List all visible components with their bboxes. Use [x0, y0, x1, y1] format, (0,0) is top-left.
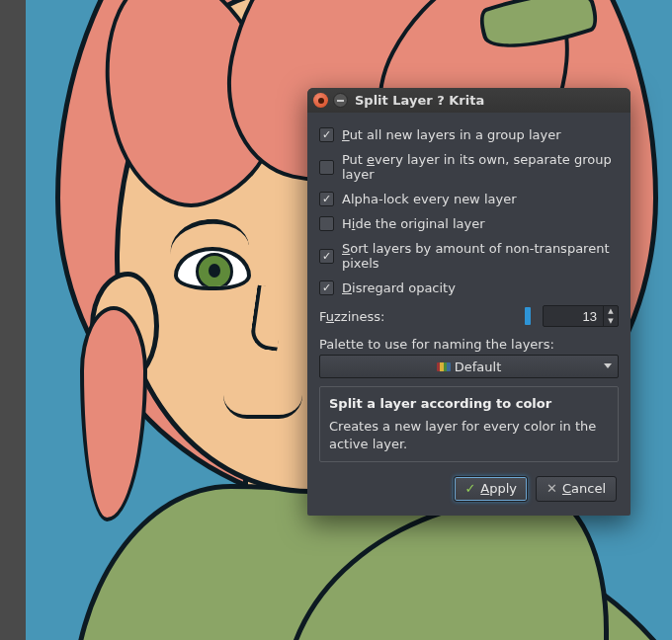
- option-checkbox-2[interactable]: Alpha-lock every new layer: [317, 187, 621, 211]
- check-icon: ✓: [464, 481, 475, 496]
- fuzziness-input[interactable]: [544, 306, 603, 326]
- fuzziness-slider[interactable]: [525, 307, 531, 325]
- fuzziness-row: Fuzziness: ▲ ▼: [317, 300, 621, 332]
- option-label: Put every layer in its own, separate gro…: [342, 152, 619, 182]
- palette-swatch-icon: [437, 362, 451, 371]
- option-label: Put all new layers in a group layer: [342, 127, 561, 142]
- minimize-icon[interactable]: [333, 93, 348, 108]
- option-checkbox-3[interactable]: Hide the original layer: [317, 211, 621, 236]
- option-label: Hide the original layer: [342, 216, 485, 231]
- cancel-button[interactable]: ✕ Cancel: [536, 476, 617, 502]
- option-checkbox-4[interactable]: Sort layers by amount of non-transparent…: [317, 236, 621, 276]
- option-label: Alpha-lock every new layer: [342, 192, 517, 206]
- checkbox-icon: [319, 127, 334, 142]
- help-title: Split a layer according to color: [329, 395, 609, 413]
- chevron-down-icon: [604, 363, 612, 368]
- fuzziness-label: Fuzziness:: [319, 309, 517, 324]
- split-layer-dialog: Split Layer ? Krita Put all new layers i…: [307, 88, 630, 516]
- palette-value: Default: [455, 360, 502, 374]
- apply-button[interactable]: ✓ Apply: [454, 476, 528, 502]
- checkbox-icon: [319, 216, 334, 231]
- help-body: Creates a new layer for every color in t…: [329, 418, 609, 453]
- option-checkbox-5[interactable]: Disregard opacity: [317, 276, 621, 300]
- app-gutter: [0, 0, 26, 640]
- option-checkbox-0[interactable]: Put all new layers in a group layer: [317, 122, 621, 147]
- option-label: Disregard opacity: [342, 280, 456, 295]
- checkbox-icon: [319, 160, 334, 175]
- checkbox-icon: [319, 249, 334, 264]
- titlebar[interactable]: Split Layer ? Krita: [307, 88, 630, 113]
- palette-label: Palette to use for naming the layers:: [317, 332, 621, 355]
- close-x-icon: ✕: [546, 481, 557, 496]
- checkbox-icon: [319, 280, 334, 295]
- option-checkbox-1[interactable]: Put every layer in its own, separate gro…: [317, 147, 621, 187]
- checkbox-icon: [319, 192, 334, 206]
- fuzziness-spinbox[interactable]: ▲ ▼: [543, 305, 619, 327]
- spin-down-icon[interactable]: ▼: [604, 316, 618, 326]
- close-icon[interactable]: [313, 93, 328, 108]
- spin-up-icon[interactable]: ▲: [604, 306, 618, 316]
- option-label: Sort layers by amount of non-transparent…: [342, 241, 619, 271]
- window-title: Split Layer ? Krita: [355, 93, 484, 108]
- help-panel: Split a layer according to color Creates…: [319, 386, 619, 462]
- palette-combobox[interactable]: Default: [319, 355, 619, 378]
